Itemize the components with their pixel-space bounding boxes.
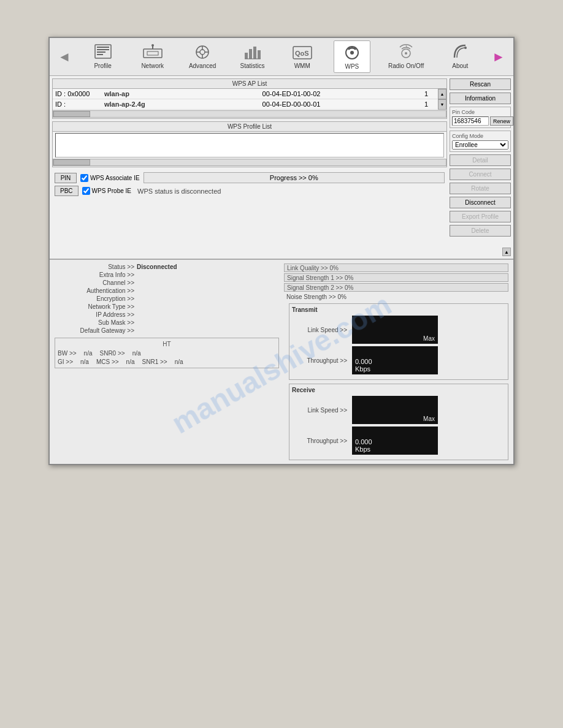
pincode-row: Renew	[452, 116, 508, 126]
status-row-encryption: Encryption >>	[55, 295, 279, 302]
transmit-throughput-unit: Kbps	[355, 365, 435, 373]
pincode-group: Pin Code Renew	[450, 107, 511, 128]
transmit-throughput-box: 0.000 Kbps	[352, 346, 438, 374]
snr1-label: SNR1 >>	[142, 358, 167, 365]
associate-ie-checkbox[interactable]	[80, 174, 88, 182]
probe-ie-label: WPS Probe IE	[92, 188, 131, 194]
snr1-value: n/a	[175, 358, 183, 365]
ap-list-scrollbar[interactable]: ▲ ▼	[438, 89, 446, 110]
tab-about[interactable]: About	[442, 40, 478, 73]
tab-network[interactable]: Network	[134, 40, 171, 73]
channel-label: Channel >>	[55, 279, 134, 286]
tab-wmm[interactable]: QoS WMM	[284, 40, 321, 73]
status-right: Link Quality >> 0% Signal Strength 1 >> …	[284, 264, 508, 460]
tab-about-label: About	[452, 63, 468, 69]
svg-point-8	[151, 44, 154, 47]
ap-num-1: 1	[417, 100, 435, 108]
svg-rect-6	[147, 51, 158, 55]
wps-row-1: PIN WPS Associate IE Progress >> 0%	[55, 172, 445, 183]
status-row-submask: Sub Mask >>	[55, 319, 279, 326]
tab-advanced-label: Advanced	[189, 63, 216, 69]
tab-radio[interactable]: Radio On/Off	[383, 40, 429, 73]
status-row-ip: IP Address >>	[55, 311, 279, 318]
associate-ie-checkbox-label: WPS Associate IE	[80, 174, 140, 182]
tab-statistics[interactable]: Statistics	[234, 40, 271, 73]
svg-rect-16	[249, 49, 252, 59]
ap-id-0: ID : 0x0000	[55, 90, 104, 97]
mcs-label: MCS >>	[96, 358, 119, 365]
signal-strength1-bar: Signal Strength 1 >> 0%	[284, 273, 508, 282]
scrollbar-down-arrow[interactable]: ▼	[438, 99, 446, 110]
tab-network-label: Network	[141, 63, 164, 69]
probe-ie-checkbox[interactable]	[82, 187, 90, 195]
ip-address-label: IP Address >>	[55, 311, 134, 318]
tab-wps[interactable]: WPS	[334, 40, 370, 73]
receive-link-speed-box: Max	[352, 396, 438, 424]
information-button[interactable]: Information	[450, 93, 511, 104]
status-row-gateway: Default Gateway >>	[55, 327, 279, 334]
pincode-input[interactable]	[452, 116, 489, 126]
tab-advanced[interactable]: Advanced	[184, 40, 221, 73]
ht-row-2: GI >> n/a MCS >> n/a SNR1 >> n/a	[58, 358, 276, 365]
wps-status-text: WPS status is disconnected	[135, 186, 223, 196]
gi-label: GI >>	[58, 358, 73, 365]
probe-ie-checkbox-label: WPS Probe IE	[82, 187, 131, 195]
disconnect-button[interactable]: Disconnect	[450, 197, 511, 208]
receive-throughput-box: 0.000 Kbps	[352, 427, 438, 455]
config-mode-select[interactable]: Enrollee Registrar	[452, 140, 508, 150]
detail-button[interactable]: Detail	[450, 154, 511, 166]
radio-icon	[395, 43, 417, 61]
scrollbar-up-arrow[interactable]: ▲	[438, 89, 446, 99]
toolbar: ◄ Profile	[50, 38, 513, 76]
pbc-button[interactable]: PBC	[55, 186, 79, 196]
pin-button[interactable]: PIN	[55, 173, 77, 183]
receive-link-speed-row: Link Speed >> Max	[292, 396, 505, 424]
rescan-button[interactable]: Rescan	[450, 78, 511, 90]
svg-rect-5	[144, 49, 162, 58]
mcs-value: n/a	[126, 358, 135, 365]
svg-rect-2	[97, 49, 109, 50]
tab-wmm-label: WMM	[294, 63, 310, 69]
receive-throughput-unit: Kbps	[355, 446, 435, 453]
bw-label: BW >>	[58, 350, 77, 357]
signal-strength2-bar: Signal Strength 2 >> 0%	[284, 283, 508, 292]
receive-throughput-row: Throughput >> 0.000 Kbps	[292, 427, 505, 455]
tab-profile[interactable]: Profile	[85, 40, 121, 73]
connect-button[interactable]: Connect	[450, 169, 511, 180]
export-profile-button[interactable]: Export Profile	[450, 211, 511, 222]
receive-title: Receive	[292, 387, 505, 393]
forward-button[interactable]: ►	[485, 47, 512, 67]
ap-list-wrapper: ID : 0x0000 wlan-ap 00-04-ED-01-00-02 1 …	[53, 89, 446, 110]
config-mode-title: Config Mode	[452, 133, 508, 139]
profile-list[interactable]	[55, 133, 444, 157]
left-panel: WPS AP List ID : 0x0000 wlan-ap 00-04-ED…	[52, 78, 447, 256]
rotate-button[interactable]: Rotate	[450, 183, 511, 194]
wps-icon	[341, 44, 363, 62]
ap-list-hscrollbar[interactable]	[53, 110, 446, 118]
profile-list-hscrollbar[interactable]	[53, 159, 446, 166]
transmit-link-speed-box: Max	[352, 316, 438, 344]
status-row-status: Status >> Disconnected	[55, 264, 279, 270]
ap-row[interactable]: ID : 0x0000 wlan-ap 00-04-ED-01-00-02 1	[53, 89, 438, 99]
svg-text:QoS: QoS	[295, 50, 309, 57]
wps-row-2: PBC WPS Probe IE WPS status is disconnec…	[55, 186, 445, 196]
svg-rect-15	[245, 53, 248, 59]
ap-row[interactable]: ID : wlan-ap-2.4g 00-04-ED-00-00-01 1	[53, 99, 438, 110]
statistics-icon	[242, 43, 264, 61]
svg-rect-18	[258, 50, 261, 59]
delete-button[interactable]: Delete	[450, 225, 511, 237]
transmit-section: Transmit Link Speed >> Max Throughput >>…	[289, 303, 508, 380]
back-button[interactable]: ◄	[51, 47, 78, 67]
status-left: Status >> Disconnected Extra Info >> Cha…	[55, 264, 279, 460]
pincode-group-title: Pin Code	[452, 109, 508, 115]
nav-items: Profile Network	[78, 40, 485, 73]
svg-rect-1	[97, 47, 109, 48]
wps-profile-list-title: WPS Profile List	[53, 122, 446, 132]
forward-arrow-icon: ►	[492, 49, 505, 65]
renew-button[interactable]: Renew	[490, 116, 513, 126]
tab-wps-label: WPS	[345, 63, 359, 70]
status-value: Disconnected	[137, 264, 177, 270]
snr0-label: SNR0 >>	[99, 350, 124, 357]
scroll-up-button[interactable]: ▲	[502, 248, 511, 256]
svg-point-25	[405, 52, 407, 55]
